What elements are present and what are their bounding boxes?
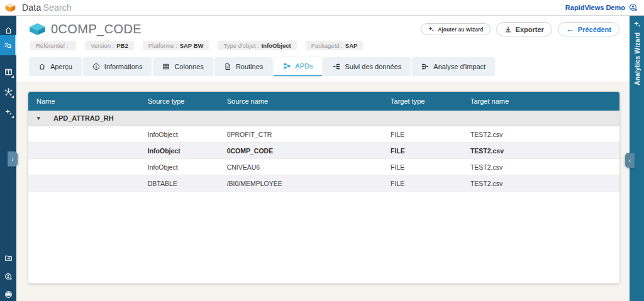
app-title: DataSearch [22,3,72,13]
sidebar-item-data-flow[interactable] [0,84,16,100]
detail-tabs: Aperçu Informations Colonnes Routines AP… [16,57,630,76]
chevron-left-icon: ‹ [629,157,631,164]
flyout-indicator [11,75,14,78]
tab-content: Name Source type Source name Target type… [16,92,630,283]
catalog-book-icon [4,68,13,76]
grid-icon [162,63,170,70]
support-helmet-icon [4,290,13,298]
previous-label: Précédent [578,26,611,33]
data-search-icon [4,41,12,50]
add-to-wizard-button[interactable]: Ajouter au Wizard [421,23,490,35]
topbar: DataSearch RapidViews Demo [0,0,644,16]
previous-button[interactable]: ← Précédent [558,22,619,36]
brand-cube-icon [5,3,16,13]
tab-apercu[interactable]: Aperçu [29,57,82,76]
app-title-primary: Data [22,3,41,13]
main-area: 0COMP_CODE Ajouter au Wizard Exporte [16,16,630,301]
app-root: DataSearch RapidViews Demo [0,0,644,301]
group-name: APD_ATTRAD_RH [53,114,114,122]
badge-version: Version : PB2 [85,41,133,50]
panel-collapse-handle[interactable]: ‹ [625,153,635,168]
table-header-row: Name Source type Source name Target type… [28,92,619,111]
lineage-left-icon [333,63,340,70]
export-button[interactable]: Exporter [496,22,552,36]
apd-table-card: Name Source type Source name Target type… [28,92,619,283]
badge-packageid: PackageId : SAP [306,41,364,50]
tab-suivi-des-donnees[interactable]: Suivi des données [323,57,411,76]
sidebar-item-export-folder[interactable] [0,249,16,266]
download-icon [504,26,512,33]
account-name: RapidViews Demo [565,4,625,11]
tab-informations[interactable]: Informations [83,57,152,76]
lineage-right-icon [421,63,429,70]
header-actions: Ajouter au Wizard Exporter ← Précédent [421,22,619,36]
collapse-caret-icon[interactable]: ▾ [28,115,53,121]
folder-export-icon [4,254,13,262]
flow-icon [283,62,291,70]
page-title: 0COMP_CODE [51,22,142,36]
tab-apds[interactable]: APDs [274,57,322,76]
badge-referentiel: Référentiel : [30,41,76,50]
column-header-target-name: Target name [462,97,619,105]
info-icon [92,63,100,70]
export-label: Exporter [516,26,544,33]
wizard-sparkle-icon [4,108,13,116]
session-user-icon [629,3,638,12]
sparkle-icon [428,26,435,33]
sidebar-item-support[interactable] [0,286,16,301]
tab-routines[interactable]: Routines [214,57,272,76]
column-header-source-type: Source type [140,97,219,105]
table-row[interactable]: InfoObject 0PROFIT_CTR FILE TEST2.csv [28,126,619,143]
tab-analyse-impact[interactable]: Analyse d'impact [412,57,495,76]
badge-type-objet: Type d'objet : InfoObject [218,41,296,50]
column-header-name: Name [28,97,140,105]
analytics-wizard-label: Analytics Wizard [633,32,640,85]
badge-platforme: Platforme : SAP BW [143,41,209,50]
add-to-wizard-label: Ajouter au Wizard [438,26,483,33]
sidebar-item-wizard[interactable] [0,104,16,120]
chevron-right-icon: › [11,156,13,163]
sidebar-item-catalog[interactable] [0,63,16,80]
arrow-left-icon: ← [566,25,574,33]
column-header-source-name: Source name [219,97,382,105]
account-menu[interactable]: RapidViews Demo [565,3,638,12]
wizard-sparkle-icon [633,20,641,28]
session-user-icon [4,273,13,281]
table-row[interactable]: InfoObject CNIVEAU6 FILE TEST2.csv [28,159,619,175]
table-row-current-object[interactable]: InfoObject 0COMP_CODE FILE TEST2.csv [28,143,619,159]
object-header: 0COMP_CODE Ajouter au Wizard Exporte [16,16,630,82]
flyout-indicator [11,96,14,98]
flyout-indicator [11,116,14,118]
home-icon [38,63,46,70]
infoobject-cube-icon [29,23,46,36]
data-network-icon [4,88,13,96]
home-icon [4,26,13,35]
app-title-secondary: Search [43,3,72,13]
group-row-apd[interactable]: ▾ APD_ATTRAD_RH [28,111,619,126]
object-metadata: Référentiel : Version : PB2 Platforme : … [16,41,630,50]
analytics-wizard-panel: Analytics Wizard ‹ [630,16,644,301]
sidebar-item-data-search[interactable] [0,35,16,55]
tab-colonnes[interactable]: Colonnes [153,57,213,76]
document-icon [224,63,231,70]
left-sidebar: › [0,16,16,301]
table-row[interactable]: DBTABLE /BI0/MEMPLOYEE FILE TEST2.csv [28,175,619,192]
sidebar-expand-handle[interactable]: › [8,151,18,167]
sidebar-item-session[interactable] [0,268,16,285]
column-header-target-type: Target type [382,97,462,105]
